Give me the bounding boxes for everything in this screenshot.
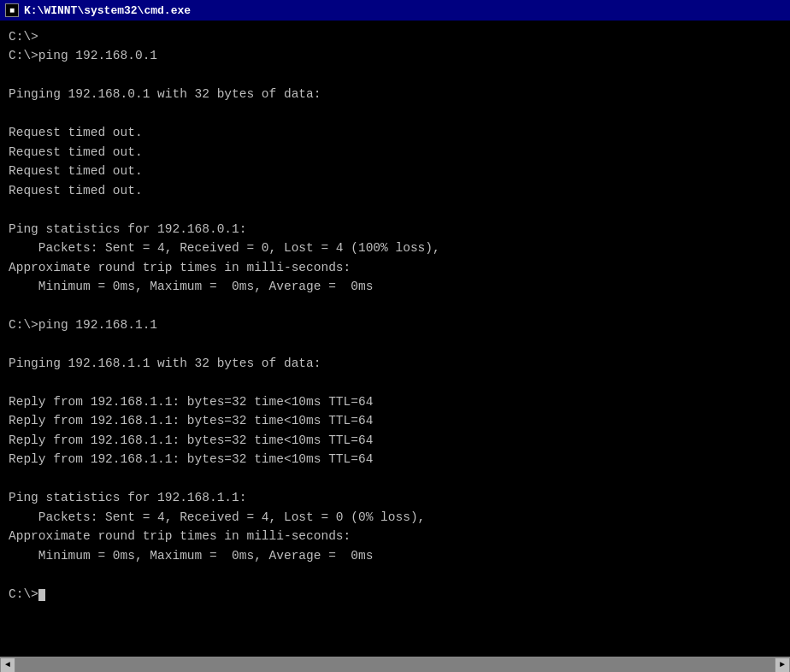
window: ■ K:\WINNT\system32\cmd.exe C:\> C:\>pin… xyxy=(0,0,790,672)
title-bar: ■ K:\WINNT\system32\cmd.exe xyxy=(0,0,790,21)
window-icon: ■ xyxy=(5,3,19,17)
scroll-track[interactable] xyxy=(15,657,775,673)
terminal-cursor xyxy=(38,589,45,601)
title-bar-text: K:\WINNT\system32\cmd.exe xyxy=(24,4,785,17)
terminal-output: C:\> C:\>ping 192.168.0.1 Pinging 192.16… xyxy=(0,21,790,657)
terminal-content: C:\> C:\>ping 192.168.0.1 Pinging 192.16… xyxy=(9,27,781,604)
horizontal-scrollbar[interactable]: ◄ ► xyxy=(0,657,790,672)
scroll-left-arrow[interactable]: ◄ xyxy=(0,657,15,673)
scroll-right-arrow[interactable]: ► xyxy=(775,657,790,673)
